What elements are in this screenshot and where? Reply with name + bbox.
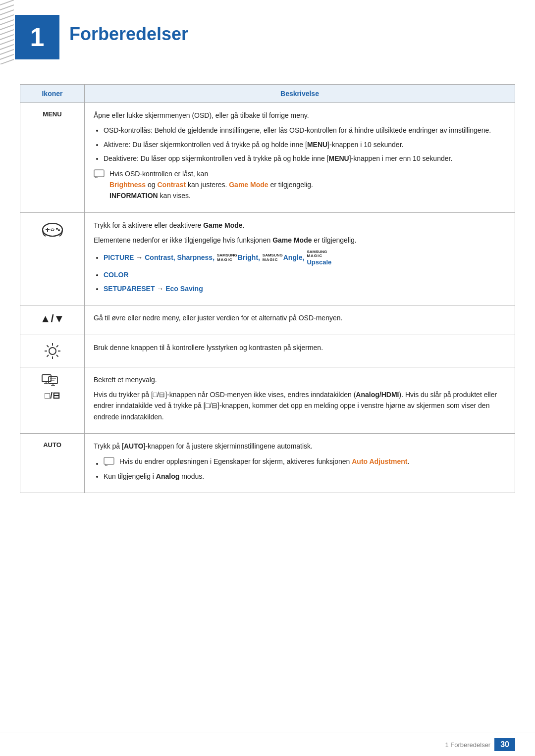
table-row: AUTO Trykk på [AUTO]-knappen for å juste… [20,434,515,493]
svg-point-23 [49,348,56,354]
desc-cell-menu: Åpne eller lukke skjermmenyen (OSD), ell… [85,103,515,213]
svg-rect-13 [94,170,104,177]
svg-line-0 [0,0,14,5]
menu-note-text: Hvis OSD-kontrollen er låst, kan Brightn… [109,168,313,202]
magic-upscale-group: SAMSUNGMAGIC Upscale [307,250,331,266]
source-p2: Hvis du trykker på [□/⊟]-knappen når OSD… [94,389,506,422]
svg-line-5 [0,25,14,30]
svg-line-31 [47,355,49,357]
table-row: ▲/▼ Gå til øvre eller nedre meny, eller … [20,305,515,335]
svg-line-2 [0,10,14,15]
svg-line-1 [0,5,14,10]
svg-line-10 [0,50,14,54]
analog-hdmi-label: Analog/HDMI [356,391,399,399]
auto-bullets: Hvis du endrer oppløsningen i Egenskaper… [104,456,506,482]
table-row: □/⊟ Bekreft et menyvalg. Hvis du trykker… [20,367,515,434]
table-header-desc: Beskrivelse [85,85,515,103]
list-item: Hvis du endrer oppløsningen i Egenskaper… [104,456,506,467]
chapter-number: 1 [15,15,59,59]
svg-line-4 [0,20,14,25]
brightness-label: Brightness [109,181,146,189]
footer-chapter-label: 1 Forberedelser [445,741,490,749]
page-footer: 1 Forberedelser 30 [0,733,535,756]
list-item: OSD-kontrollås: Behold de gjeldende inns… [104,125,506,136]
svg-line-9 [0,45,14,50]
samsung-magic-label1: SAMSUNGMAGIC [217,253,237,262]
desc-cell-source: Bekreft et menyvalg. Hvis du trykker på … [85,367,515,434]
svg-point-20 [56,228,58,230]
svg-rect-32 [42,375,51,382]
menu-note: Hvis OSD-kontrollen er låst, kan Brightn… [94,168,506,202]
sun-icon [29,342,75,360]
svg-line-29 [56,355,58,357]
icon-cell-auto: AUTO [20,434,85,493]
desc-cell-gamepad: Trykk for å aktivere eller deaktivere Ga… [85,212,515,305]
note-icon [94,169,106,179]
menu-label: MENU [43,110,61,118]
svg-line-3 [0,15,14,20]
desc-cell-updown: Gå til øvre eller nedre meny, eller just… [85,305,515,335]
svg-line-6 [0,30,14,35]
stripe-decoration [0,0,14,64]
gamepad-intro1: Trykk for å aktivere eller deaktivere Ga… [94,220,506,231]
source-label: □/⊟ [29,390,75,401]
list-item: Aktivere: Du låser skjermkontrollen ved … [104,139,506,150]
desc-cell-sun: Bruk denne knappen til å kontrollere lys… [85,335,515,367]
source-icon [29,374,75,388]
eco-saving-label: Eco Saving [165,285,203,293]
svg-line-11 [0,54,14,59]
icon-cell-sun [20,335,85,367]
svg-rect-40 [104,457,114,464]
contrast-label: Contrast [157,181,186,189]
auto-btn-ref: AUTO [124,442,143,450]
sun-desc: Bruk denne knappen til å kontrollere lys… [94,342,506,353]
picture-items: Contrast, Sharpness, [145,253,216,261]
magic-angle-group: SAMSUNGMAGIC [263,253,283,262]
picture-label: PICTURE [104,253,134,261]
auto-intro: Trykk på [AUTO]-knappen for å justere sk… [94,441,506,452]
gamemode-label: Game Mode [229,181,268,189]
svg-line-8 [0,40,14,45]
svg-line-7 [0,35,14,40]
table-row: MENU Åpne eller lukke skjermmenyen (OSD)… [20,103,515,213]
auto-adjustment-label: Auto Adjustment [352,457,407,465]
footer-right: 1 Forberedelser 30 [445,738,515,751]
svg-point-21 [58,229,60,231]
svg-line-30 [56,345,58,347]
icon-cell-updown: ▲/▼ [20,305,85,335]
magic-bright-group: SAMSUNGMAGIC [217,253,237,262]
updown-desc: Gå til øvre eller nedre meny, eller just… [94,312,506,323]
icon-cell-source: □/⊟ [20,367,85,434]
arrow2: → [157,285,165,293]
menu-bullets: OSD-kontrollås: Behold de gjeldende inns… [104,125,506,164]
analog-label: Analog [156,472,179,480]
chapter-title: Forberedelser [69,15,188,45]
bright-label: Bright, [238,253,262,261]
menu-intro: Åpne eller lukke skjermmenyen (OSD), ell… [94,110,506,121]
list-item: COLOR [104,269,506,280]
table-row: Trykk for å aktivere eller deaktivere Ga… [20,212,515,305]
updown-icon: ▲/▼ [40,312,65,325]
table-header-icon: Ikoner [20,85,85,103]
gamepad-icon [29,220,75,238]
color-label: COLOR [104,271,129,279]
icon-cell-menu: MENU [20,103,85,213]
samsung-magic-label2: SAMSUNGMAGIC [263,253,283,262]
auto-note-text: Hvis du endrer oppløsningen i Egenskaper… [119,456,409,467]
svg-point-22 [51,229,54,231]
source-intro: Bekreft et menyvalg. [94,374,506,385]
gamepad-intro2: Elementene nedenfor er ikke tilgjengelig… [94,235,506,246]
main-table: Ikoner Beskrivelse MENU Åpne eller lukke… [20,84,515,493]
setup-label: SETUP&RESET [104,285,155,293]
list-item: PICTURE → Contrast, Sharpness, SAMSUNGMA… [104,250,506,266]
table-row: Bruk denne knappen til å kontrollere lys… [20,335,515,367]
note-icon-auto [104,457,115,467]
list-item: Deaktivere: Du låser opp skjermkontrolle… [104,153,506,164]
svg-line-28 [47,345,49,347]
list-item: SETUP&RESET → Eco Saving [104,283,506,294]
list-item: Kun tilgjengelig i Analog modus. [104,471,506,482]
upscale-label: Upscale [307,258,331,266]
svg-line-12 [0,59,14,64]
angle-label: Angle, [283,253,307,261]
game-mode-ref2: Game Mode [272,236,312,244]
